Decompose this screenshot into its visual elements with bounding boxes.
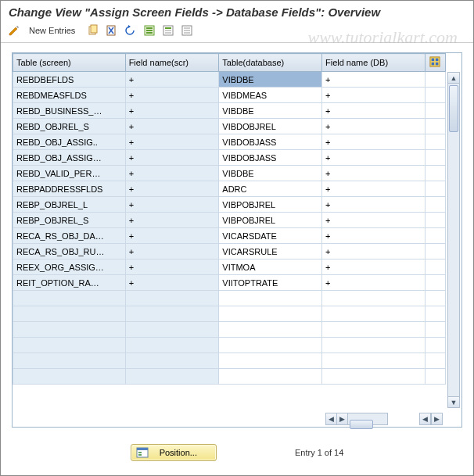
cell-c1[interactable]: REBDBEFLDS bbox=[13, 72, 126, 88]
cell-empty[interactable] bbox=[125, 369, 219, 385]
table-row-empty[interactable] bbox=[13, 353, 446, 369]
cell-c3[interactable]: VIBDOBJASS bbox=[219, 134, 322, 150]
cell-c4[interactable]: + bbox=[321, 259, 425, 275]
table-row[interactable]: REEX_ORG_ASSIG…+VITMOA+ bbox=[13, 259, 446, 275]
cell-empty[interactable] bbox=[425, 291, 445, 306]
cell-empty[interactable] bbox=[321, 322, 425, 338]
cell-c3[interactable]: VIBDOBJASS bbox=[219, 150, 322, 166]
cell-c2[interactable]: + bbox=[125, 228, 219, 244]
cell-empty[interactable] bbox=[321, 338, 425, 353]
cell-c1[interactable]: REBD_VALID_PER… bbox=[13, 166, 126, 181]
hscroll-outer[interactable]: ◀ ▶ bbox=[419, 413, 443, 425]
cell-c2[interactable]: + bbox=[125, 259, 219, 275]
hscroll-left-icon[interactable]: ◀ bbox=[326, 413, 337, 424]
cell-c4[interactable]: + bbox=[321, 197, 425, 213]
scroll-thumb[interactable] bbox=[449, 85, 458, 132]
table-row-empty[interactable] bbox=[13, 338, 446, 353]
cell-c2[interactable]: + bbox=[125, 72, 219, 88]
cell-empty[interactable] bbox=[219, 291, 322, 306]
cell-c1[interactable]: RECA_RS_OBJ_RU… bbox=[13, 244, 126, 259]
col-field-name-db[interactable]: Field name (DB) bbox=[321, 54, 425, 72]
col-table-database[interactable]: Table(database) bbox=[219, 54, 322, 72]
cell-c2[interactable]: + bbox=[125, 181, 219, 197]
table-row[interactable]: REBD_VALID_PER…+VIBDBE+ bbox=[13, 166, 446, 181]
toggle-display-change-icon[interactable] bbox=[7, 23, 21, 38]
cell-c2[interactable]: + bbox=[125, 88, 219, 103]
cell-c2[interactable]: + bbox=[125, 197, 219, 213]
table-row[interactable]: REBD_OBJREL_S+VIBDOBJREL+ bbox=[13, 119, 446, 134]
vertical-scrollbar[interactable]: ▲ ▼ bbox=[447, 72, 460, 408]
cell-empty[interactable] bbox=[425, 338, 445, 353]
cell-c4[interactable]: + bbox=[321, 228, 425, 244]
hscroll-left2-icon[interactable]: ◀ bbox=[420, 413, 431, 424]
cell-c1[interactable]: REIT_OPTION_RA… bbox=[13, 275, 126, 291]
cell-c1[interactable]: REBDMEASFLDS bbox=[13, 88, 126, 103]
table-row[interactable]: RECA_RS_OBJ_DA…+VICARSDATE+ bbox=[13, 228, 446, 244]
cell-c1[interactable]: RECA_RS_OBJ_DA… bbox=[13, 228, 126, 244]
table-row[interactable]: REBDMEASFLDS+VIBDMEAS+ bbox=[13, 88, 446, 103]
cell-empty[interactable] bbox=[125, 291, 219, 306]
cell-empty[interactable] bbox=[425, 322, 445, 338]
hscroll-inner[interactable]: ◀ ▶ bbox=[325, 413, 388, 425]
undo-icon[interactable] bbox=[124, 23, 138, 38]
cell-empty[interactable] bbox=[13, 369, 126, 385]
cell-c1[interactable]: REEX_ORG_ASSIG… bbox=[13, 259, 126, 275]
delete-icon[interactable] bbox=[105, 23, 119, 38]
cell-empty[interactable] bbox=[13, 338, 126, 353]
cell-c3[interactable]: VICARSRULE bbox=[219, 244, 322, 259]
cell-c2[interactable]: + bbox=[125, 213, 219, 228]
cell-c2[interactable]: + bbox=[125, 103, 219, 119]
table-row[interactable]: REIT_OPTION_RA…+VIITOPTRATE+ bbox=[13, 275, 446, 291]
cell-c4[interactable]: + bbox=[321, 150, 425, 166]
cell-c4[interactable]: + bbox=[321, 103, 425, 119]
cell-c4[interactable]: + bbox=[321, 166, 425, 181]
cell-c3[interactable]: VIBPOBJREL bbox=[219, 197, 322, 213]
cell-c4[interactable]: + bbox=[321, 275, 425, 291]
cell-c4[interactable]: + bbox=[321, 134, 425, 150]
cell-c4[interactable]: + bbox=[321, 244, 425, 259]
cell-c4[interactable]: + bbox=[321, 88, 425, 103]
cell-c3[interactable]: VIBDOBJREL bbox=[219, 119, 322, 134]
cell-c1[interactable]: REBD_BUSINESS_… bbox=[13, 103, 126, 119]
cell-c4[interactable]: + bbox=[321, 72, 425, 88]
col-field-name-scr[interactable]: Field name(scr) bbox=[125, 54, 219, 72]
cell-empty[interactable] bbox=[125, 306, 219, 322]
table-row-empty[interactable] bbox=[13, 322, 446, 338]
cell-empty[interactable] bbox=[13, 322, 126, 338]
cell-empty[interactable] bbox=[13, 353, 126, 369]
cell-c3[interactable]: VIBPOBJREL bbox=[219, 213, 322, 228]
position-button[interactable]: Position... bbox=[131, 444, 217, 461]
table-row[interactable]: REBP_OBJREL_S+VIBPOBJREL+ bbox=[13, 213, 446, 228]
hscroll-thumb[interactable] bbox=[350, 420, 373, 429]
table-row[interactable]: RECA_RS_OBJ_RU…+VICARSRULE+ bbox=[13, 244, 446, 259]
cell-c4[interactable]: + bbox=[321, 213, 425, 228]
table-row[interactable]: REBD_OBJ_ASSIG..+VIBDOBJASS+ bbox=[13, 134, 446, 150]
select-all-icon[interactable] bbox=[142, 23, 156, 38]
cell-empty[interactable] bbox=[219, 353, 322, 369]
cell-c2[interactable]: + bbox=[125, 244, 219, 259]
col-table-screen[interactable]: Table (screen) bbox=[13, 54, 126, 72]
cell-empty[interactable] bbox=[219, 369, 322, 385]
cell-c1[interactable]: REBD_OBJ_ASSIG.. bbox=[13, 134, 126, 150]
cell-c1[interactable]: REBPADDRESSFLDS bbox=[13, 181, 126, 197]
cell-c2[interactable]: + bbox=[125, 150, 219, 166]
cell-c1[interactable]: REBD_OBJ_ASSIG… bbox=[13, 150, 126, 166]
cell-c4[interactable]: + bbox=[321, 119, 425, 134]
cell-c1[interactable]: REBD_OBJREL_S bbox=[13, 119, 126, 134]
cell-c1[interactable]: REBP_OBJREL_L bbox=[13, 197, 126, 213]
cell-empty[interactable] bbox=[321, 369, 425, 385]
table-row-empty[interactable] bbox=[13, 291, 446, 306]
new-entries-button[interactable]: New Entries bbox=[26, 24, 78, 37]
cell-c3[interactable]: VIBDBE bbox=[219, 166, 322, 181]
cell-c3[interactable]: VICARSDATE bbox=[219, 228, 322, 244]
cell-empty[interactable] bbox=[425, 306, 445, 322]
cell-empty[interactable] bbox=[125, 353, 219, 369]
copy-as-icon[interactable] bbox=[86, 23, 100, 38]
cell-c2[interactable]: + bbox=[125, 134, 219, 150]
cell-empty[interactable] bbox=[219, 338, 322, 353]
cell-c3[interactable]: ADRC bbox=[219, 181, 322, 197]
cell-c3[interactable]: VIITOPTRATE bbox=[219, 275, 322, 291]
cell-c1[interactable]: REBP_OBJREL_S bbox=[13, 213, 126, 228]
cell-empty[interactable] bbox=[13, 291, 126, 306]
table-row[interactable]: REBD_BUSINESS_…+VIBDBE+ bbox=[13, 103, 446, 119]
